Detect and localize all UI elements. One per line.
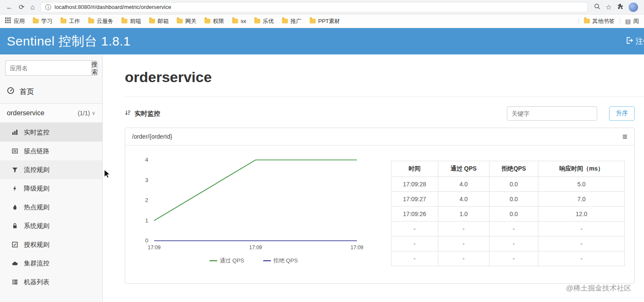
sidebar-item-9[interactable]: 机器列表 (0, 273, 102, 291)
profile-avatar[interactable] (629, 3, 638, 12)
bookmark-item-4[interactable]: 云服务 (88, 17, 113, 25)
app-search-input[interactable] (5, 60, 91, 76)
sidebar-item-5[interactable]: 热点规则 (0, 198, 102, 217)
main-content: orderservice 实时监控 升序 /order/{orderId} ≡ (103, 54, 644, 302)
table-cell: - (489, 222, 538, 236)
sidebar-item-label: 降级规则 (24, 185, 49, 193)
svg-text:1: 1 (145, 217, 148, 224)
reload-icon[interactable]: ⟳ (19, 4, 24, 11)
chart-wrap: 0123417:0917:0917:09通过 QPS拒绝 QPS (127, 155, 376, 272)
table-wrap: 时间通过 QPS拒绝QPS响应时间（ms） 17:09:284.00.05.01… (391, 161, 625, 272)
bookmark-item-8[interactable]: 权限 (204, 17, 224, 25)
bookmark-item-9[interactable]: sx (232, 18, 246, 24)
section-title-wrap: 实时监控 (125, 110, 160, 118)
bookmark-label: PPT素材 (318, 17, 340, 25)
folder-icon (282, 19, 288, 23)
sidebar-menu: 实时监控簇点链路流控规则降级规则热点规则系统规则授权规则集群流控机器列表 (0, 123, 102, 291)
table-cell: 4.0 (438, 192, 489, 207)
bookmark-item-11[interactable]: 推广 (282, 17, 302, 25)
logout-icon (626, 37, 633, 46)
bookmark-item-1[interactable]: 应用 (5, 17, 25, 25)
bolt-icon (11, 185, 19, 192)
address-bar[interactable]: ⓘ localhost:8080/#/dashboard/metric/orde… (40, 2, 588, 12)
table-cell: - (391, 222, 438, 236)
page-info-icon[interactable]: ⓘ (45, 4, 51, 10)
home-label: 首页 (20, 87, 34, 97)
bookmark-item-10[interactable]: 乐优 (254, 17, 274, 25)
bookmark-label: 权限 (213, 17, 224, 25)
sidebar-item-label: 实时监控 (24, 128, 49, 137)
svg-text:4: 4 (145, 157, 148, 163)
sidebar-item-6[interactable]: 系统规则 (0, 217, 102, 235)
bookmark-item-5[interactable]: 前端 (121, 17, 141, 25)
bookmark-label: 乐优 (263, 17, 274, 25)
app-search-group: 搜索 (5, 60, 97, 76)
folder-icon (33, 19, 39, 23)
table-cell: - (489, 251, 538, 266)
logout-button[interactable]: 注销 (626, 36, 644, 46)
zoom-icon[interactable] (594, 3, 601, 11)
mouse-cursor (104, 169, 111, 181)
table-cell: 5.0 (538, 177, 625, 192)
svg-text:通过 QPS: 通过 QPS (220, 257, 244, 264)
table-row: ---- (391, 251, 625, 266)
other-bookmarks[interactable]: 其他书签 (584, 17, 615, 25)
svg-text:3: 3 (145, 177, 148, 183)
divider (578, 18, 579, 25)
sidebar-item-1[interactable]: 实时监控 (0, 123, 102, 142)
sidebar-item-4[interactable]: 降级规则 (0, 179, 102, 198)
table-cell: 1.0 (438, 207, 489, 222)
metric-table-head-row: 时间通过 QPS拒绝QPS响应时间（ms） (391, 161, 625, 177)
table-row: 17:09:284.00.05.0 (391, 177, 625, 192)
metric-card-body: 0123417:0917:0917:09通过 QPS拒绝 QPS 时间通过 QP… (125, 145, 634, 283)
table-cell: - (538, 222, 625, 236)
svg-text:0: 0 (145, 237, 148, 244)
table-cell: 17:09:28 (391, 177, 438, 192)
sidebar-item-7[interactable]: 授权规则 (0, 235, 102, 254)
chevron-down-icon: ∨ (92, 110, 95, 116)
sidebar-item-home[interactable]: 首页 (0, 80, 102, 103)
sort-amount-icon (125, 110, 131, 117)
bookmark-item-6[interactable]: 邮箱 (149, 17, 169, 25)
section-title: 实时监控 (135, 110, 160, 118)
home-icon[interactable]: ⌂ (30, 4, 34, 11)
other-bookmarks-label: 其他书签 (592, 17, 615, 25)
list-alt-icon (11, 148, 19, 154)
reading-list[interactable]: ▤ 阅 (625, 17, 639, 25)
sidebar-item-2[interactable]: 簇点链路 (0, 142, 102, 160)
table-cell: 7.0 (538, 192, 625, 207)
table-cell: 4.0 (438, 177, 489, 192)
bookmarks-list: 应用学习工作云服务前端邮箱网关权限sx乐优推广PPT素材 (5, 17, 340, 25)
bookmark-label: sx (241, 18, 246, 24)
keyword-input[interactable] (507, 106, 597, 121)
sort-ascending-button[interactable]: 升序 (609, 106, 635, 121)
extensions-icon[interactable] (617, 3, 624, 11)
sidebar: 搜索 首页 orderservice (1/1) ∨ 实时监控簇点链路流控规则降… (0, 54, 103, 302)
section-toolbar: 实时监控 升序 (125, 106, 635, 121)
bookmark-label: 推广 (290, 17, 302, 25)
bookmark-item-2[interactable]: 学习 (33, 17, 52, 25)
back-icon[interactable]: ← (6, 4, 13, 11)
divider (125, 97, 644, 97)
bookmark-item-12[interactable]: PPT素材 (310, 17, 340, 25)
table-cell: - (438, 236, 489, 251)
table-row: 17:09:261.00.012.0 (391, 207, 625, 222)
watermark: @稀土掘金技术社区 (566, 283, 631, 293)
sidebar-item-3[interactable]: 流控规则 (0, 160, 102, 179)
lock-icon (11, 222, 19, 229)
app-search-button[interactable]: 搜索 (91, 60, 98, 76)
folder-icon (88, 19, 94, 23)
bookmark-item-7[interactable]: 网关 (177, 17, 196, 25)
logout-label: 注销 (635, 36, 644, 46)
sidebar-item-label: 集群流控 (24, 259, 49, 268)
menu-icon[interactable]: ≡ (622, 132, 627, 141)
bookmark-item-3[interactable]: 工作 (60, 17, 80, 25)
table-cell: - (391, 236, 438, 251)
table-cell: - (438, 251, 489, 266)
sidebar-item-8[interactable]: 集群流控 (0, 254, 102, 273)
bookmark-label: 工作 (69, 17, 80, 25)
sidebar-app-group[interactable]: orderservice (1/1) ∨ (0, 103, 102, 123)
app-count: (1/1) (78, 110, 90, 117)
bookmark-star-icon[interactable]: ☆ (606, 4, 612, 11)
bookmark-label: 邮箱 (158, 17, 169, 25)
